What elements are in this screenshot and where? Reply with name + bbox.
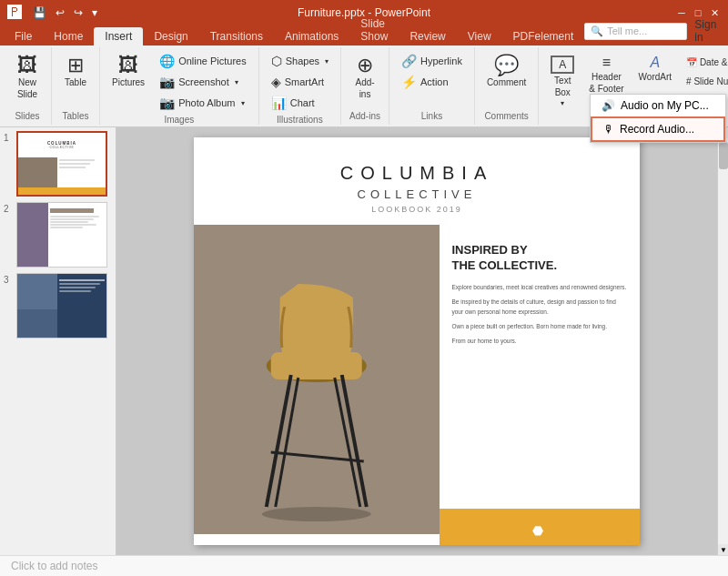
smartart-icon: ◈	[271, 75, 281, 89]
comment-icon: 💬	[494, 56, 519, 76]
audio-dropdown-menu: 🔊 Audio on My PC... 🎙 Record Audio...	[590, 94, 726, 143]
addins-button[interactable]: ⊕ Add- ins	[347, 51, 383, 104]
tab-view[interactable]: View	[457, 27, 502, 45]
tab-animations[interactable]: Animations	[274, 27, 349, 45]
minimize-button[interactable]: ─	[675, 6, 688, 19]
images-col: 🌐 Online Pictures 📷 Screenshot ▾ 📷 Photo…	[153, 51, 253, 113]
online-pictures-button[interactable]: 🌐 Online Pictures	[153, 51, 253, 71]
title-bar-left: 🅿 💾 ↩ ↪ ▾	[7, 5, 101, 21]
audio-pc-label: Audio on My PC...	[621, 99, 709, 112]
tab-slideshow[interactable]: Slide Show	[349, 15, 399, 45]
slide-heading: INSPIRED BYTHE COLLECTIVE.	[452, 243, 628, 274]
header-footer-icon: ≡	[602, 56, 611, 70]
window-controls: ─ □ ✕	[675, 6, 721, 19]
slide-body-3: Own a piece built on perfection. Born ho…	[452, 322, 628, 331]
shapes-icon: ⬡	[271, 54, 282, 68]
search-icon: 🔍	[591, 25, 603, 37]
slide-body: INSPIRED BYTHE COLLECTIVE. Explore bound…	[194, 225, 640, 534]
tab-insert[interactable]: Insert	[94, 27, 143, 45]
pictures-icon: 🖼	[118, 56, 138, 76]
undo-quickaccess-button[interactable]: ↩	[52, 5, 68, 21]
pictures-button[interactable]: 🖼 Pictures	[106, 51, 151, 92]
comment-button[interactable]: 💬 Comment	[480, 51, 532, 92]
signin-area: Sign in | Share	[694, 18, 728, 44]
hyperlink-icon: 🔗	[401, 54, 417, 68]
scroll-down-button[interactable]: ▼	[718, 544, 728, 555]
action-icon: ⚡	[401, 75, 417, 89]
tab-transitions[interactable]: Transitions	[199, 27, 274, 45]
hyperlink-button[interactable]: 🔗 Hyperlink	[395, 51, 469, 71]
illustrations-group-label: Illustrations	[277, 113, 323, 125]
date-time-button[interactable]: 📅 Date & Time	[680, 55, 728, 70]
slide-title: COLUMBIA	[212, 163, 622, 184]
slide-body-4: From our home to yours.	[452, 337, 628, 346]
table-button[interactable]: ⊞ Table	[57, 51, 94, 92]
slide-background: COLUMBIA COLLECTIVE LOOKBOOK 2019	[194, 137, 640, 545]
ribbon-group-addins: ⊕ Add- ins Add-ins	[341, 47, 389, 125]
smartart-button[interactable]: ◈ SmartArt	[265, 72, 335, 92]
slide-number-button[interactable]: # Slide Number	[680, 74, 728, 89]
notes-area[interactable]: Click to add notes	[0, 555, 728, 576]
screenshot-icon: 📷	[159, 75, 175, 89]
slide-year: LOOKBOOK 2019	[212, 205, 622, 214]
main-area: 1 COLUMBIA COLLECTIVE	[0, 127, 728, 555]
slide-image-1[interactable]: COLUMBIA COLLECTIVE	[16, 131, 107, 197]
slide-subtitle: COLLECTIVE	[212, 187, 622, 201]
record-audio-label: Record Audio...	[620, 123, 694, 136]
tab-file[interactable]: File	[4, 27, 43, 45]
action-button[interactable]: ⚡ Action	[395, 72, 469, 92]
tab-design[interactable]: Design	[143, 27, 198, 45]
ribbon-group-links: 🔗 Hyperlink ⚡ Action Links	[389, 47, 475, 125]
tell-me-box[interactable]: 🔍 Tell me...	[584, 23, 687, 40]
illustrations-col: ⬡ Shapes ▾ ◈ SmartArt 📊 Chart	[265, 51, 335, 113]
shapes-button[interactable]: ⬡ Shapes ▾	[265, 51, 335, 71]
links-col: 🔗 Hyperlink ⚡ Action	[395, 51, 469, 92]
textbox-button[interactable]: A Text Box ▾	[544, 51, 581, 112]
slide-image-3[interactable]	[16, 273, 107, 339]
images-group-label: Images	[164, 113, 194, 125]
slide-image-2[interactable]	[16, 202, 107, 268]
slide-header: COLUMBIA COLLECTIVE LOOKBOOK 2019	[194, 137, 640, 225]
app-icon: 🅿	[7, 5, 22, 21]
links-group-label: Links	[421, 109, 442, 121]
wordart-icon: A	[651, 56, 661, 70]
save-quickaccess-button[interactable]: 💾	[29, 5, 50, 21]
tables-buttons: ⊞ Table	[57, 51, 94, 109]
canvas-area: COLUMBIA COLLECTIVE LOOKBOOK 2019	[116, 127, 717, 555]
slide-footer-icon: ⬣	[532, 523, 622, 538]
redo-quickaccess-button[interactable]: ↪	[70, 5, 86, 21]
notes-placeholder: Click to add notes	[11, 560, 97, 572]
wordart-button[interactable]: A WordArt	[632, 51, 679, 86]
slide-thumb-2[interactable]: 2	[4, 202, 112, 268]
tab-pdfelement[interactable]: PDFelement	[502, 27, 585, 45]
addins-group-label: Add-ins	[349, 109, 380, 121]
maximize-button[interactable]: □	[692, 6, 704, 19]
images-buttons: 🖼 Pictures 🌐 Online Pictures 📷 Screensho…	[106, 51, 253, 113]
tab-review[interactable]: Review	[399, 27, 456, 45]
slide-text-panel: INSPIRED BYTHE COLLECTIVE. Explore bound…	[440, 225, 641, 534]
ribbon-group-tables: ⊞ Table Tables	[52, 47, 100, 125]
ribbon-tabs: File Home Insert Design Transitions Anim…	[0, 25, 728, 45]
screenshot-button[interactable]: 📷 Screenshot ▾	[153, 72, 253, 92]
screenshot-dropdown-icon: ▾	[235, 78, 238, 86]
new-slide-button[interactable]: 🖼 New Slide	[9, 51, 46, 104]
chart-button[interactable]: 📊 Chart	[265, 93, 335, 113]
record-audio-icon: 🎙	[603, 123, 614, 136]
addins-buttons: ⊕ Add- ins	[347, 51, 383, 109]
record-audio-item[interactable]: 🎙 Record Audio...	[591, 116, 725, 142]
slide-thumb-3[interactable]: 3	[4, 273, 112, 339]
photo-album-button[interactable]: 📷 Photo Album ▾	[153, 93, 253, 113]
close-button[interactable]: ✕	[708, 6, 721, 19]
signin-button[interactable]: Sign in	[694, 18, 723, 44]
shapes-dropdown-icon: ▾	[325, 57, 329, 66]
vertical-scrollbar: ▲ ▼	[717, 127, 728, 555]
tab-home[interactable]: Home	[43, 27, 94, 45]
header-footer-button[interactable]: ≡ Header & Footer	[582, 51, 630, 98]
customize-quickaccess-button[interactable]: ▾	[88, 5, 101, 21]
slide-photo	[194, 225, 440, 534]
scroll-thumb[interactable]	[719, 142, 728, 169]
slide-canvas[interactable]: COLUMBIA COLLECTIVE LOOKBOOK 2019	[194, 137, 640, 545]
slide-thumb-1[interactable]: 1 COLUMBIA COLLECTIVE	[4, 131, 112, 197]
photo-album-dropdown-icon: ▾	[241, 99, 245, 107]
audio-on-my-pc-item[interactable]: 🔊 Audio on My PC...	[591, 95, 725, 116]
